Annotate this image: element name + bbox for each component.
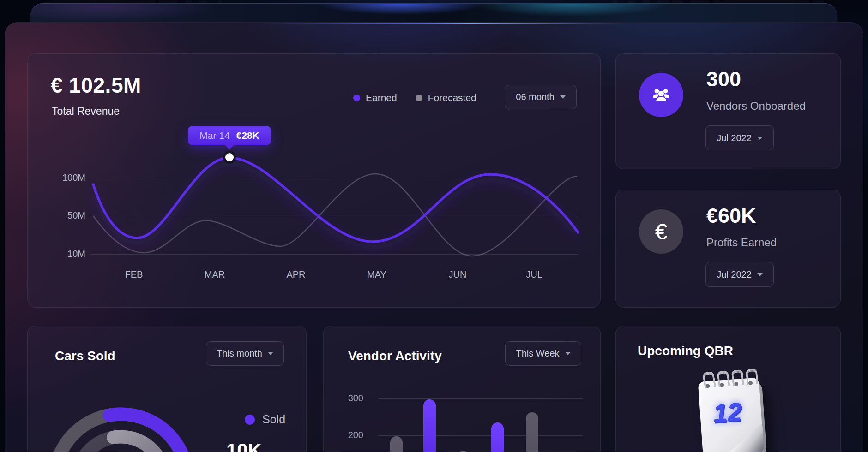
x-axis-label: APR [286, 269, 305, 280]
profits-amount: €60K [706, 204, 756, 228]
chevron-down-icon [757, 273, 763, 276]
gridline-200 [378, 435, 583, 436]
profits-label: Profits Earned [706, 236, 777, 249]
upcoming-qbr-card: Upcoming QBR 12 [615, 326, 841, 452]
activity-bar-4 [491, 422, 504, 452]
forecasted-line [93, 174, 577, 256]
x-axis-label: JUL [526, 269, 542, 280]
chevron-down-icon [560, 95, 566, 99]
vendors-period-dropdown[interactable]: Jul 2022 [705, 125, 774, 150]
activity-bar-2 [423, 399, 436, 452]
bar-y-label: 300 [337, 393, 363, 404]
qbr-title: Upcoming QBR [638, 344, 733, 358]
calendar-icon: 12 [698, 378, 764, 452]
x-axis-label: MAR [205, 269, 225, 280]
chart-tooltip: Mar 14 €28K [188, 126, 271, 145]
dashboard-shell: € 102.5M Total Revenue Earned Forecasted… [5, 22, 863, 452]
revenue-period-value: 06 month [516, 92, 554, 102]
gridline-100m [90, 178, 578, 178]
vendor-activity-title: Vendor Activity [348, 349, 442, 363]
earned-legend-dot [353, 95, 360, 101]
people-icon [648, 82, 675, 108]
total-revenue-card: € 102.5M Total Revenue Earned Forecasted… [27, 53, 601, 308]
vendor-activity-card: Vendor Activity This Week 300 200 [323, 326, 601, 452]
bar-y-label: 200 [337, 430, 363, 440]
y-axis-label: 50M [42, 210, 85, 221]
tooltip-value: €28K [236, 130, 259, 141]
total-revenue-amount: € 102.5M [51, 73, 141, 98]
activity-bar-1 [390, 436, 403, 452]
activity-period-value: This Week [516, 348, 559, 359]
revenue-period-dropdown[interactable]: 06 month [505, 85, 577, 109]
calendar-ring [731, 369, 744, 386]
y-axis-label: 100M [42, 172, 85, 183]
tooltip-date: Mar 14 [199, 130, 229, 141]
cars-sold-title: Cars Sold [55, 349, 115, 363]
dashboard-page: € 102.5M Total Revenue Earned Forecasted… [0, 0, 868, 452]
cars-period-dropdown[interactable]: This month [206, 341, 284, 366]
vendors-onboarded-card: 300 Vendors Onboarded Jul 2022 [615, 53, 841, 169]
profits-earned-card: € €60K Profits Earned Jul 2022 [615, 190, 841, 308]
profits-period-dropdown[interactable]: Jul 2022 [705, 262, 774, 287]
cars-period-value: This month [217, 348, 262, 359]
activity-period-dropdown[interactable]: This Week [505, 341, 581, 366]
vendors-icon-circle [639, 73, 683, 117]
total-revenue-label: Total Revenue [52, 105, 120, 118]
profits-period-value: Jul 2022 [717, 269, 752, 280]
revenue-legend: Earned Forecasted [353, 92, 476, 103]
gridline-50m [90, 216, 578, 216]
chart-point-marker[interactable] [225, 153, 234, 161]
gridline-300 [378, 398, 583, 399]
calendar-ring [746, 369, 758, 385]
vendors-count: 300 [706, 67, 741, 91]
forecasted-legend-dot [416, 95, 422, 101]
chevron-down-icon [565, 352, 571, 355]
donut-inner-arc [114, 437, 165, 452]
cars-sold-legend: Sold [245, 413, 285, 426]
activity-bar-5 [526, 412, 538, 452]
calendar-ring [702, 371, 717, 388]
gridline-10m [90, 254, 578, 255]
x-axis-label: MAY [367, 269, 386, 280]
y-axis-label: 10M [42, 249, 85, 259]
cars-sold-donut-chart [27, 384, 218, 452]
vendors-period-value: Jul 2022 [717, 133, 752, 143]
cars-sold-value: 10K [226, 440, 262, 452]
sold-legend-dot [245, 415, 255, 425]
earned-legend-label: Earned [366, 92, 397, 103]
vendors-label: Vendors Onboarded [706, 100, 806, 113]
chevron-down-icon [268, 352, 273, 355]
sold-legend-label: Sold [262, 413, 285, 426]
forecasted-legend-label: Forecasted [428, 92, 476, 103]
calendar-sheet: 12 [698, 378, 764, 452]
chevron-down-icon [757, 137, 763, 140]
x-axis-label: JUN [449, 269, 467, 280]
profits-icon-circle: € [639, 209, 683, 254]
earned-line [93, 158, 578, 242]
x-axis-label: FEB [125, 269, 143, 280]
calendar-ring [717, 370, 730, 387]
cars-sold-card: Cars Sold This month [27, 326, 307, 452]
euro-icon: € [655, 219, 668, 244]
calendar-day: 12 [699, 395, 755, 429]
